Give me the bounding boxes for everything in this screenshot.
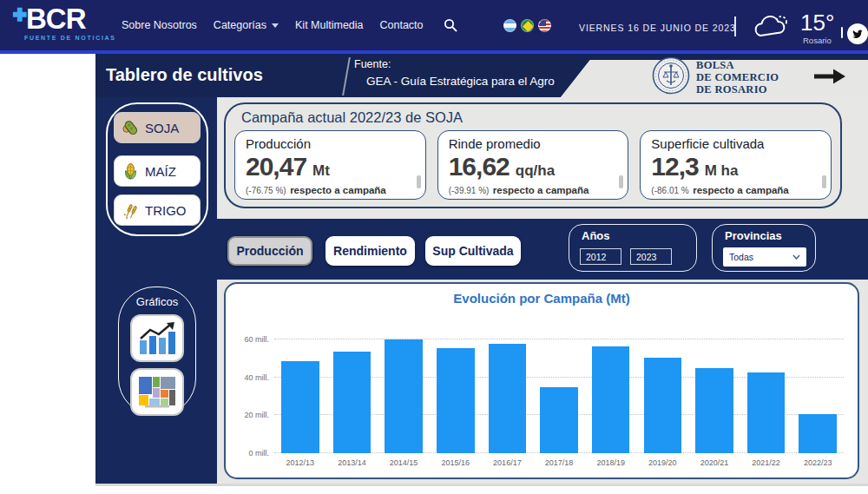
nav-item-categorias[interactable]: Categorías xyxy=(214,19,279,31)
metric-button-rendimiento[interactable]: Rendimiento xyxy=(326,236,415,266)
metric-button-label: Producción xyxy=(236,244,303,258)
x-tick-label: 2015/16 xyxy=(430,458,482,471)
crop-label: TRIGO xyxy=(145,203,187,218)
bar-2012/13[interactable] xyxy=(281,361,319,453)
years-filter: Años 2012 2023 xyxy=(569,224,697,272)
nav-item-label: Sobre Nosotros xyxy=(122,19,197,31)
bar-2019/20[interactable] xyxy=(644,358,682,453)
nav-divider xyxy=(734,16,736,36)
provinces-dropdown[interactable]: Todas xyxy=(723,247,806,267)
crop-label: SOJA xyxy=(145,121,179,135)
metric-button-produccion[interactable]: Producción xyxy=(227,236,312,266)
y-tick-label: 20 mill. xyxy=(231,411,269,419)
bar-chart-view-button[interactable] xyxy=(130,314,184,362)
bar-2020/21[interactable] xyxy=(695,368,733,453)
org-name: BOLSA DE COMERCIO DE ROSARIO xyxy=(696,60,779,96)
dashboard-header: Tablero de cultivos Fuente: GEA - Guía E… xyxy=(95,54,868,97)
kpi-note: respecto a campaña xyxy=(693,185,789,195)
cloud-sun-icon xyxy=(750,12,793,45)
soybean-icon xyxy=(122,119,140,137)
logo-text: BCR xyxy=(26,4,86,33)
bar-slot xyxy=(636,320,688,453)
arrow-right-icon xyxy=(812,67,847,86)
kpi-card-superficie: Superficie cultivada 12,3 M ha (-86.01 %… xyxy=(640,130,832,200)
kpi-delta-row: (-86.01 % respecto a campaña 21/22 xyxy=(651,183,820,198)
x-tick-label: 2021/22 xyxy=(740,458,792,471)
bar-2018/19[interactable] xyxy=(592,346,630,453)
kpi-section-title: Campaña actual 2022/23 de SOJA xyxy=(241,109,463,126)
y-tick-label: 40 mill. xyxy=(231,373,269,382)
social-divider xyxy=(841,27,843,38)
wheat-icon xyxy=(122,201,140,220)
corn-icon xyxy=(122,162,140,181)
kpi-label: Rinde promedio xyxy=(449,136,618,151)
nav-item-sobre-nosotros[interactable]: Sobre Nosotros xyxy=(122,19,197,31)
dashboard-bottom-strip xyxy=(95,484,868,486)
usa-flag-icon[interactable] xyxy=(538,19,551,32)
treemap-icon xyxy=(138,376,176,409)
source-value: GEA - Guía Estratégica para el Agro xyxy=(366,75,555,88)
nav-item-label: Kit Multimedia xyxy=(295,19,364,31)
nav-item-kit-multimedia[interactable]: Kit Multimedia xyxy=(295,19,364,31)
argentina-flag-icon[interactable] xyxy=(503,19,516,32)
chevron-down-icon xyxy=(792,254,800,260)
year-from-input[interactable]: 2012 xyxy=(580,248,621,265)
kpi-delta: (-39.91 %) xyxy=(449,186,490,195)
x-tick-label: 2014/15 xyxy=(378,458,430,471)
kpi-card-produccion: Producción 20,47 Mt (-76.75 %) respecto … xyxy=(234,130,426,200)
metric-button-sup-cultivada[interactable]: Sup Cultivada xyxy=(425,236,521,266)
org-line: DE COMERCIO xyxy=(696,72,779,84)
x-tick-label: 2020/21 xyxy=(688,458,740,471)
search-button[interactable] xyxy=(444,18,457,32)
chart-section: Evolución por Campaña (Mt) 0 mill.20 mil… xyxy=(217,280,868,484)
twitter-button[interactable] xyxy=(847,23,868,44)
bar-slot xyxy=(378,320,430,453)
y-tick-label: 60 mill. xyxy=(231,335,269,344)
next-arrow-button[interactable] xyxy=(812,67,847,89)
card-scrollbar[interactable] xyxy=(417,175,421,188)
bar-slot xyxy=(326,320,378,453)
bcr-logo[interactable]: BCR FUENTE DE NOTICIAS xyxy=(12,4,116,41)
bar-slot xyxy=(688,320,740,453)
chart-plot: 0 mill.20 mill.40 mill.60 mill. xyxy=(274,320,844,453)
kpi-note: respecto a campaña xyxy=(493,185,589,195)
top-navbar: BCR FUENTE DE NOTICIAS Sobre Nosotros Ca… xyxy=(0,0,868,50)
x-tick-label: 2013/14 xyxy=(326,458,378,471)
filter-section: Producción Rendimiento Sup Cultivada Año… xyxy=(217,219,868,280)
bar-2013/14[interactable] xyxy=(333,352,372,453)
nav-item-label: Categorías xyxy=(214,19,266,31)
chart-x-axis: 2012/132013/142014/152015/162016/172017/… xyxy=(274,458,844,471)
bar-slot xyxy=(740,320,792,453)
crop-button-trigo[interactable]: TRIGO xyxy=(114,194,201,226)
kpi-note2: 21/22 xyxy=(651,196,820,198)
x-tick-label: 2022/23 xyxy=(792,458,844,471)
nav-item-contacto[interactable]: Contacto xyxy=(380,19,424,31)
bar-2016/17[interactable] xyxy=(489,344,527,453)
provinces-selected-value: Todas xyxy=(729,252,753,262)
bcr-seal-icon xyxy=(652,56,690,98)
chevron-down-icon xyxy=(272,23,279,28)
kpi-container: Campaña actual 2022/23 de SOJA Producció… xyxy=(224,102,842,208)
crop-button-maiz[interactable]: MAÍZ xyxy=(114,155,201,187)
provinces-filter-label: Provincias xyxy=(725,229,782,242)
bar-2014/15[interactable] xyxy=(385,339,423,453)
brazil-flag-icon[interactable] xyxy=(521,19,534,32)
treemap-view-button[interactable] xyxy=(130,368,184,416)
kpi-unit: qq/ha xyxy=(516,162,555,180)
crop-button-soja[interactable]: SOJA xyxy=(114,112,201,143)
language-flags xyxy=(503,19,551,32)
bar-2017/18[interactable] xyxy=(540,387,578,454)
kpi-delta: (-76.75 %) xyxy=(246,186,286,195)
kpi-note2: 21/22 xyxy=(449,196,618,198)
kpi-value: 12,3 xyxy=(651,152,698,181)
bar-slot xyxy=(533,320,585,453)
bar-2021/22[interactable] xyxy=(747,372,786,453)
year-to-input[interactable]: 2023 xyxy=(630,248,672,265)
x-tick-label: 2012/13 xyxy=(274,458,326,471)
nav-menu: Sobre Nosotros Categorías Kit Multimedia… xyxy=(122,0,457,50)
bar-2015/16[interactable] xyxy=(437,348,475,453)
card-scrollbar[interactable] xyxy=(619,175,623,188)
kpi-section: Campaña actual 2022/23 de SOJA Producció… xyxy=(217,97,868,219)
card-scrollbar[interactable] xyxy=(822,175,826,188)
bar-2022/23[interactable] xyxy=(799,414,837,453)
